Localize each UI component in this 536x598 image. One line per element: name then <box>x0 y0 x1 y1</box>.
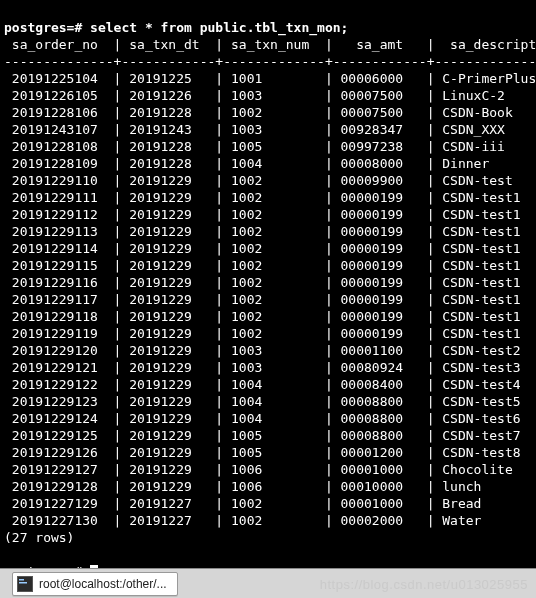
taskbar-window-button[interactable]: root@localhost:/other/... <box>12 572 178 584</box>
table-header: sa_order_no | sa_txn_dt | sa_txn_num | s… <box>4 37 536 52</box>
sql-command-line: postgres=# select * from public.tbl_txn_… <box>4 20 348 35</box>
taskbar-window-label: root@localhost:/other/... <box>39 576 167 585</box>
table-divider: --------------+------------+------------… <box>4 54 536 69</box>
table-rows: 20191225104 | 20191225 | 1001 | 00006000… <box>4 71 536 528</box>
terminal-output[interactable]: postgres=# select * from public.tbl_txn_… <box>0 0 536 584</box>
row-count: (27 rows) <box>4 530 74 545</box>
svg-rect-1 <box>19 579 24 581</box>
svg-rect-2 <box>19 582 27 584</box>
watermark: https://blog.csdn.net/u013025955 <box>320 576 528 584</box>
prompt: postgres=# <box>4 20 82 35</box>
sql-query: select * from public.tbl_txn_mon; <box>90 20 348 35</box>
terminal-icon <box>17 576 33 584</box>
